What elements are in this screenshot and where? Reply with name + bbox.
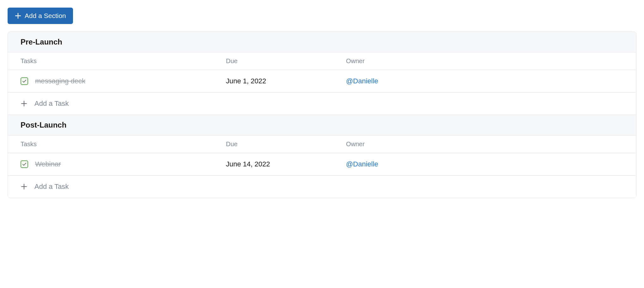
task-owner-mention[interactable]: @Danielle [346, 77, 378, 85]
plus-icon [21, 183, 27, 190]
task-name: Webinar [35, 160, 61, 168]
add-task-label: Add a Task [34, 99, 69, 108]
section-title: Post-Launch [21, 121, 66, 129]
column-header-tasks: Tasks [21, 57, 226, 65]
task-checkbox[interactable] [21, 160, 28, 168]
section-header[interactable]: Pre-Launch [8, 32, 636, 52]
add-section-label: Add a Section [25, 12, 66, 20]
plus-icon [21, 100, 27, 107]
task-row[interactable]: Webinar June 14, 2022 @Danielle [8, 153, 636, 176]
section-title: Pre-Launch [21, 38, 62, 46]
column-headers: Tasks Due Owner [8, 52, 636, 70]
task-checkbox[interactable] [21, 77, 28, 85]
task-due: June 14, 2022 [226, 160, 346, 168]
sections-container: Pre-Launch Tasks Due Owner messaging dec… [8, 32, 636, 198]
column-header-tasks: Tasks [21, 141, 226, 148]
task-name: messaging deck [35, 77, 85, 85]
add-task-label: Add a Task [34, 183, 69, 191]
task-owner-mention[interactable]: @Danielle [346, 160, 378, 168]
add-task-button[interactable]: Add a Task [8, 176, 636, 198]
section-header[interactable]: Post-Launch [8, 115, 636, 135]
task-row[interactable]: messaging deck June 1, 2022 @Danielle [8, 70, 636, 93]
column-headers: Tasks Due Owner [8, 135, 636, 153]
section-pre-launch: Pre-Launch Tasks Due Owner messaging dec… [8, 32, 636, 115]
column-header-owner: Owner [346, 57, 623, 65]
task-due: June 1, 2022 [226, 77, 346, 85]
column-header-due: Due [226, 141, 346, 148]
add-task-button[interactable]: Add a Task [8, 93, 636, 115]
section-post-launch: Post-Launch Tasks Due Owner Webinar June… [8, 115, 636, 198]
plus-icon [15, 12, 21, 19]
column-header-due: Due [226, 57, 346, 65]
add-section-button[interactable]: Add a Section [8, 8, 73, 24]
column-header-owner: Owner [346, 141, 623, 148]
